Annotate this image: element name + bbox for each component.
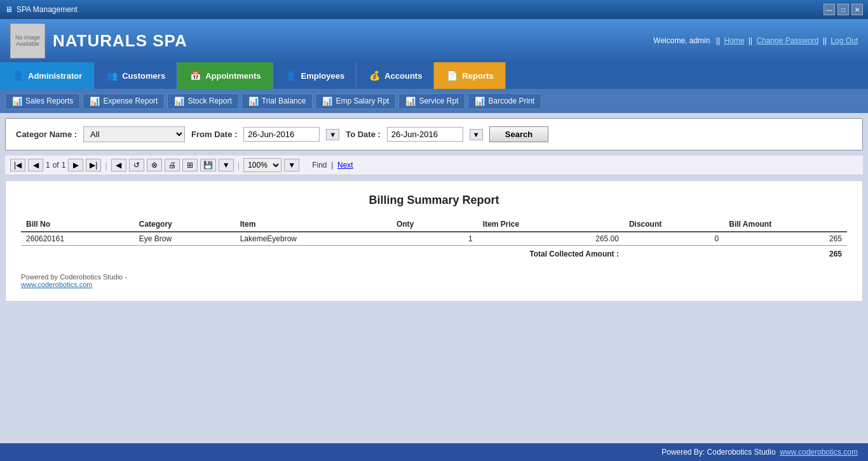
report-content: Billing Summary Report Bill No Category … [5, 180, 863, 302]
nav-item-reports[interactable]: 📄 Reports [434, 62, 505, 89]
to-date-input[interactable] [387, 127, 463, 142]
last-page-button[interactable]: ▶| [86, 159, 101, 171]
total-spacer [624, 246, 724, 261]
nav-label-accounts: Accounts [384, 71, 422, 81]
page-current: 1 [46, 161, 50, 170]
zoom-dropdown-button[interactable]: ▼ [284, 159, 299, 171]
administrator-icon: 👤 [11, 69, 24, 82]
back-button[interactable]: ◀ [111, 159, 126, 171]
nav-label-customers: Customers [122, 71, 165, 81]
window-controls: — □ ✕ [824, 4, 863, 15]
filter-row: Categor Name : All From Date : ▼ To Date… [5, 118, 863, 150]
refresh-button[interactable]: ↺ [129, 159, 144, 171]
website-link[interactable]: www.coderobotics.com [21, 281, 93, 288]
page-total: 1 [62, 161, 66, 170]
col-bill-amount: Bill Amount [724, 217, 847, 232]
subnav-label-barcode-print: Barcode Print [488, 97, 534, 105]
from-date-label: From Date : [191, 130, 237, 139]
barcode-print-icon: 📊 [475, 97, 485, 106]
service-rpt-icon: 📊 [405, 97, 416, 106]
subnav-label-expense-report: Expense Report [103, 97, 158, 105]
total-row: Total Collected Amount : 265 [21, 246, 847, 261]
zoom-select[interactable]: 100% [243, 158, 281, 172]
page-of: of [53, 161, 59, 170]
nav-item-employees[interactable]: 👤 Employees [273, 62, 357, 89]
col-discount: Discount [624, 217, 724, 232]
prev-page-button[interactable]: ◀ [28, 159, 43, 171]
toolbar-sep2: | [238, 161, 240, 170]
cell-item-price: 265.00 [478, 232, 624, 246]
col-category: Category [134, 217, 235, 232]
first-page-button[interactable]: |◀ [10, 159, 25, 171]
subnav-trial-balance[interactable]: 📊 Trial Balance [241, 93, 313, 109]
cell-category: Eye Brow [134, 232, 235, 246]
next-page-button[interactable]: ▶ [68, 159, 83, 171]
subnav-label-stock-report: Stock Report [187, 97, 231, 105]
layout-button[interactable]: ⊞ [182, 159, 198, 171]
export-button[interactable]: 💾 [200, 159, 216, 171]
appointments-icon: 📅 [189, 69, 201, 82]
subnav-label-emp-salary-rpt: Emp Salary Rpt [336, 97, 389, 105]
title-bar: 🖥 SPA Management — □ ✕ [0, 0, 868, 19]
sub-nav-bar: 📊 Sales Reports 📊 Expense Report 📊 Stock… [0, 89, 868, 113]
to-date-picker-button[interactable]: ▼ [470, 129, 483, 140]
cell-discount: 0 [624, 232, 724, 246]
total-label: Total Collected Amount : [391, 246, 624, 261]
search-button[interactable]: Search [489, 126, 548, 142]
maximize-button[interactable]: □ [837, 4, 849, 15]
table-row: 260620161 Eye Brow LakemeEyebrow 1 265.0… [21, 232, 847, 246]
subnav-stock-report[interactable]: 📊 Stock Report [167, 93, 238, 109]
subnav-expense-report[interactable]: 📊 Expense Report [83, 93, 165, 109]
print-button[interactable]: 🖨 [165, 159, 180, 171]
toolbar-sep1: | [105, 161, 107, 170]
change-password-link[interactable]: Change Password [756, 36, 818, 45]
total-value: 265 [724, 246, 847, 261]
nav-item-accounts[interactable]: 💰 Accounts [356, 62, 434, 89]
home-link[interactable]: Home [724, 36, 744, 45]
from-date-input[interactable] [243, 127, 320, 142]
cell-qty: 1 [391, 232, 478, 246]
welcome-text: Welcome, admin [653, 36, 710, 45]
nav-item-appointments[interactable]: 📅 Appointments [177, 62, 273, 89]
subnav-barcode-print[interactable]: 📊 Barcode Print [468, 93, 541, 109]
more-button[interactable]: ▼ [219, 159, 234, 171]
find-section: Find | Next [312, 161, 353, 170]
nav-item-customers[interactable]: 👥 Customers [94, 62, 177, 89]
content-area: Categor Name : All From Date : ▼ To Date… [0, 113, 868, 443]
cell-item: LakemeEyebrow [235, 232, 391, 246]
powered-by-text: Powered by Coderobotics Studio - [21, 273, 127, 281]
find-label: Find [312, 161, 327, 170]
table-header-row: Bill No Category Item Onty Item Price Di… [21, 217, 847, 232]
next-link[interactable]: Next [337, 161, 353, 170]
emp-salary-icon: 📊 [322, 97, 332, 106]
title-bar-title: SPA Management [17, 5, 78, 14]
total-label-cell [21, 246, 391, 261]
report-toolbar: |◀ ◀ 1 of 1 ▶ ▶| | ◀ ↺ ⊗ 🖨 ⊞ 💾 ▼ | 100% … [5, 156, 863, 175]
col-bill-no: Bill No [21, 217, 134, 232]
category-select[interactable]: All [83, 126, 185, 142]
title-bar-left: 🖥 SPA Management [5, 5, 78, 14]
col-item: Item [235, 217, 391, 232]
subnav-label-sales-reports: Sales Reports [25, 97, 73, 105]
subnav-sales-reports[interactable]: 📊 Sales Reports [5, 93, 80, 109]
trial-balance-icon: 📊 [248, 97, 259, 106]
app-title: NATURALS SPA [53, 31, 651, 51]
subnav-service-rpt[interactable]: 📊 Service Rpt [398, 93, 465, 109]
nav-item-administrator[interactable]: 👤 Administrator [0, 62, 94, 89]
close-button[interactable]: ✕ [851, 4, 863, 15]
logout-link[interactable]: Log Out [831, 36, 858, 45]
nav-bar: 👤 Administrator 👥 Customers 📅 Appointmen… [0, 62, 868, 89]
col-qty: Onty [391, 217, 478, 232]
footer-text: Powered By: Coderobotics Studio [661, 448, 775, 457]
header-right: Welcome, admin || Home || Change Passwor… [651, 36, 858, 45]
subnav-label-trial-balance: Trial Balance [262, 97, 306, 105]
expense-report-icon: 📊 [90, 97, 100, 106]
stock-report-icon: 📊 [174, 97, 184, 106]
subnav-emp-salary-rpt[interactable]: 📊 Emp Salary Rpt [315, 93, 396, 109]
stop-button[interactable]: ⊗ [147, 159, 162, 171]
col-item-price: Item Price [478, 217, 624, 232]
from-date-picker-button[interactable]: ▼ [326, 129, 339, 140]
minimize-button[interactable]: — [824, 4, 835, 15]
logo: No Image Available [10, 23, 45, 58]
footer-website[interactable]: www.coderobotics.com [780, 448, 858, 457]
